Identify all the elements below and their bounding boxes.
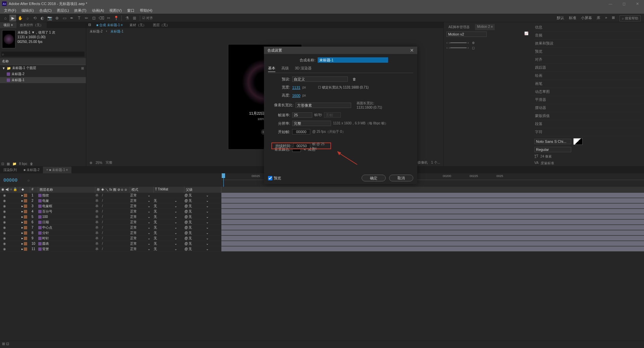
- mode-select[interactable]: 正常: [130, 231, 147, 235]
- visibility-toggle[interactable]: ◉: [1, 204, 7, 208]
- menu-help[interactable]: 帮助(H): [137, 7, 155, 14]
- layer-row[interactable]: ◉ ▸ 11 背景 单 / 正常⌄ 无⌄ @ 无⌄: [0, 246, 644, 252]
- layer-duration-bar[interactable]: [221, 220, 644, 225]
- visibility-toggle[interactable]: ◉: [1, 220, 7, 224]
- col-parent[interactable]: 父级: [184, 187, 221, 193]
- lock-aspect-checkbox[interactable]: ☐ 锁定长宽比为 1131:1600 (0.71): [318, 85, 369, 90]
- mode-select[interactable]: 正常: [130, 236, 147, 241]
- color-label[interactable]: [24, 247, 27, 251]
- color-label[interactable]: [24, 205, 27, 208]
- mode-select[interactable]: 正常: [130, 241, 147, 246]
- visibility-toggle[interactable]: ◉: [1, 226, 7, 229]
- preset-select[interactable]: 自定义: [292, 76, 348, 82]
- layer-name[interactable]: 指纹: [37, 193, 94, 198]
- parent-select[interactable]: 无: [189, 204, 205, 209]
- color-label[interactable]: [24, 194, 27, 197]
- menu-layer[interactable]: 图层(L): [54, 7, 71, 14]
- menu-window[interactable]: 窗口: [124, 7, 137, 14]
- col-visibility[interactable]: ◉ ◀) ○ 🔒: [0, 187, 20, 193]
- menu-comp[interactable]: 合成(C): [37, 7, 54, 14]
- col-number[interactable]: #: [30, 187, 38, 193]
- parent-select[interactable]: 无: [189, 241, 205, 246]
- breadcrumb-item[interactable]: 未标题-2: [90, 29, 103, 34]
- trkmat-select[interactable]: 无⌄: [152, 241, 183, 246]
- workspace-more-icon[interactable]: »: [605, 15, 607, 21]
- parent-pickwhip-icon[interactable]: @: [184, 210, 188, 213]
- kerning-value[interactable]: 度量标准: [541, 161, 554, 166]
- effect-controls-tab[interactable]: 效果控件（无）: [16, 22, 47, 28]
- layer-name[interactable]: 百分号: [37, 209, 94, 214]
- tab-advanced[interactable]: 高级: [281, 66, 289, 72]
- layer-duration-bar[interactable]: [221, 236, 644, 241]
- roto-tool-icon[interactable]: ✂: [105, 15, 112, 21]
- orbit-tool-icon[interactable]: ⟲: [32, 15, 38, 21]
- fps-select[interactable]: 25: [292, 112, 312, 118]
- new-comp-icon[interactable]: ▦: [7, 162, 10, 166]
- project-column-name[interactable]: 名称: [0, 58, 86, 65]
- mode-select[interactable]: 正常: [130, 225, 147, 230]
- panel-mask[interactable]: 蒙版插值: [532, 112, 643, 120]
- color-label[interactable]: [24, 242, 27, 245]
- width-value[interactable]: 1131: [292, 85, 300, 90]
- tab-basic[interactable]: 基本: [268, 66, 275, 72]
- parent-select[interactable]: 无: [189, 193, 205, 198]
- trkmat-select[interactable]: 无⌄: [152, 215, 183, 219]
- twirl-icon[interactable]: ▸: [21, 193, 23, 197]
- layer-duration-bar[interactable]: [221, 193, 644, 198]
- workspace-small[interactable]: 小屏幕: [581, 15, 592, 21]
- trkmat-select[interactable]: 无⌄: [152, 247, 183, 251]
- shape-tool-icon[interactable]: ▭: [61, 15, 68, 21]
- layer-row[interactable]: ◉ ▸ 2 电量 单 / 正常⌄ 无⌄ @ 无⌄: [0, 198, 644, 204]
- layer-duration-bar[interactable]: [221, 209, 644, 214]
- stamp-tool-icon[interactable]: ⊡: [91, 15, 97, 21]
- res-select[interactable]: 完整: [106, 160, 112, 165]
- layer-name[interactable]: 背景: [37, 247, 94, 251]
- hand-tool-icon[interactable]: ✋: [17, 15, 23, 21]
- layer-row[interactable]: ◉ ▸ 4 百分号 单 / 正常⌄ 无⌄ @ 无⌄: [0, 209, 644, 214]
- col-switches[interactable]: 单 ◈ ＼ fx 圈 ⊘ ⊙ ⊙: [95, 187, 130, 193]
- panel-paragraph[interactable]: 段落: [532, 120, 643, 128]
- panel-align[interactable]: 对齐: [532, 56, 643, 64]
- snap-label[interactable]: ☑ 对齐: [142, 16, 153, 20]
- trkmat-select[interactable]: 无⌄: [152, 209, 183, 214]
- twirl-icon[interactable]: ▸: [21, 210, 23, 213]
- motion-dropdown[interactable]: Motion v2: [446, 32, 487, 37]
- workspace-grid-icon[interactable]: ⊞: [612, 15, 615, 21]
- playhead[interactable]: [223, 173, 224, 187]
- panel-effects[interactable]: 效果和预设: [532, 40, 643, 48]
- resolution-select[interactable]: 完整: [292, 121, 331, 126]
- anchor-icon[interactable]: ⊕: [472, 41, 475, 45]
- project-tab[interactable]: 项目 ≡: [0, 22, 16, 28]
- twirl-icon[interactable]: ▸: [21, 236, 23, 240]
- visibility-toggle[interactable]: ◉: [1, 242, 7, 245]
- parent-pickwhip-icon[interactable]: @: [184, 247, 188, 251]
- parent-select[interactable]: 无: [189, 209, 205, 214]
- twirl-icon[interactable]: ▼: [2, 66, 5, 70]
- duration-value[interactable]: 00250: [293, 143, 310, 149]
- dropframe-select[interactable]: 丢帧: [324, 112, 341, 118]
- close-button[interactable]: ✕: [631, 0, 644, 7]
- layer-row[interactable]: ◉ ▸ 10 圆表 单 / 正常⌄ 无⌄ @ 无⌄: [0, 241, 644, 246]
- panel-brushes[interactable]: 画笔: [532, 80, 643, 88]
- trkmat-select[interactable]: 无⌄: [152, 225, 183, 230]
- mode-select[interactable]: 正常: [130, 220, 147, 225]
- layer-duration-bar[interactable]: [221, 241, 644, 246]
- minimize-button[interactable]: —: [604, 0, 617, 7]
- panel-paint[interactable]: 绘画: [532, 72, 643, 80]
- maximize-button[interactable]: ◻: [617, 0, 631, 7]
- color-label[interactable]: [24, 226, 27, 229]
- timeline-tab-2[interactable]: ■ 未标题-2: [20, 167, 43, 173]
- workspace-standard[interactable]: 标准: [569, 15, 576, 21]
- twirl-icon[interactable]: ▸: [21, 204, 23, 208]
- visibility-toggle[interactable]: ◉: [1, 247, 7, 251]
- parent-pickwhip-icon[interactable]: @: [184, 204, 188, 208]
- col-layer-name[interactable]: 图层名称: [38, 187, 95, 193]
- layer-name[interactable]: 圆表: [37, 241, 94, 246]
- twirl-icon[interactable]: ▸: [21, 215, 23, 219]
- folder-item[interactable]: ▼📁 未标题-1 个面层 ⊞: [0, 65, 86, 71]
- layer-row[interactable]: ◉ ▸ 6 日期 单 / 正常⌄ 无⌄ @ 无⌄: [0, 220, 644, 225]
- options-icon[interactable]: ⊞: [131, 15, 138, 21]
- layer-row[interactable]: ◉ ▸ 1 指纹 单 / 正常⌄ @ 无⌄: [0, 193, 644, 198]
- panel-audio[interactable]: 音频: [532, 32, 643, 40]
- fontsize-value[interactable]: 24 像素: [540, 154, 552, 159]
